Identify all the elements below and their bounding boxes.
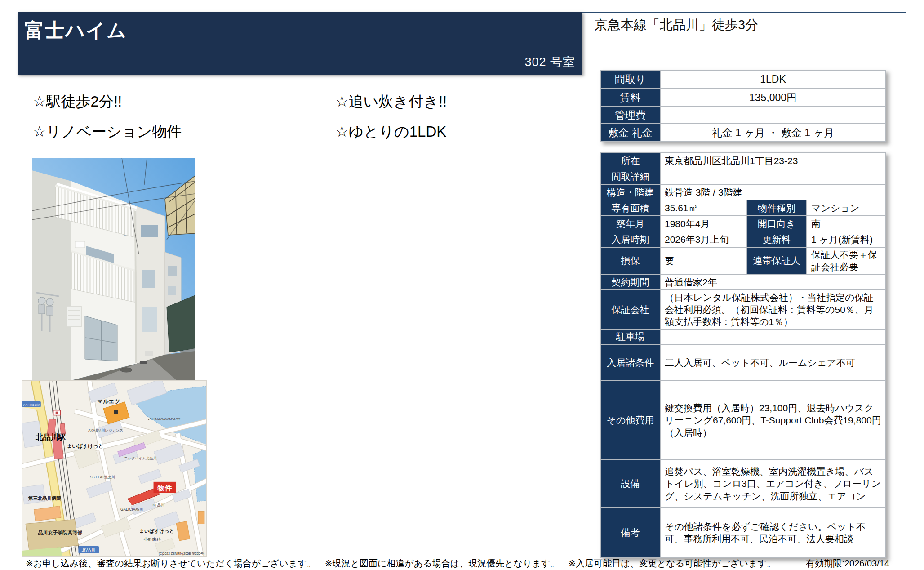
detail-label: 連帯保証人 bbox=[746, 247, 807, 275]
summary-value: 135,000円 bbox=[660, 89, 886, 107]
feature-reheating-bath: ☆追い炊き付き!! bbox=[335, 92, 447, 112]
detail-label: 入居時期 bbox=[600, 232, 660, 247]
detail-label: 専有面積 bbox=[600, 200, 660, 216]
detail-value: 鉄骨造 3階 / 3階建 bbox=[660, 184, 886, 200]
location-map: 物件 北品川 八ツ山橋東詰 北品川駅 マルエツ まいばすけっと 品川女子学院高等… bbox=[22, 380, 207, 557]
map-label-kt: KT品川 bbox=[153, 503, 164, 507]
detail-label: 開口向き bbox=[746, 216, 807, 232]
detail-label: 間取詳細 bbox=[600, 169, 660, 184]
property-marker-label: 物件 bbox=[157, 484, 172, 492]
feature-walk: ☆駅徒歩2分!! bbox=[33, 92, 122, 112]
svg-text:北品川: 北品川 bbox=[81, 548, 96, 552]
detail-label: 備考 bbox=[600, 508, 660, 558]
detail-value: 普通借家2年 bbox=[660, 275, 886, 290]
detail-label: 入居諸条件 bbox=[600, 344, 660, 381]
detail-value: 2026年3月上旬 bbox=[660, 232, 746, 247]
detail-table: 所在 東京都品川区北品川1丁目23-23 間取詳細 構造・階建 鉄骨造 3階 /… bbox=[600, 152, 886, 558]
summary-label: 敷金 礼金 bbox=[600, 124, 660, 142]
map-station-icon bbox=[53, 410, 61, 415]
map-road-sign-kitashinagawa: 北品川 bbox=[78, 546, 99, 553]
footer-validity: 有効期限:2026/03/14 bbox=[806, 557, 889, 570]
detail-value: 1 ヶ月(新賃料) bbox=[807, 232, 886, 247]
detail-label: 契約期間 bbox=[600, 275, 660, 290]
map-label-axas: AXAS品川レジデンス bbox=[88, 428, 123, 432]
detail-value: その他諸条件を必ずご確認ください。ペット不可、事務所利用不可、民泊不可、法人要相… bbox=[660, 508, 886, 558]
detail-value: 1980年4月 bbox=[660, 216, 746, 232]
footer-disclaimer: ※お申し込み後、審査の結果お断りさせていただく場合がございます。 ※現況と図面に… bbox=[26, 557, 776, 570]
detail-value: 35.61㎡ bbox=[660, 200, 746, 216]
map-label-station: 北品川駅 bbox=[35, 433, 67, 441]
detail-value: 東京都品川区北品川1丁目23-23 bbox=[660, 152, 886, 169]
detail-value: 追焚バス、浴室乾燥機、室内洗濯機置き場、バストイレ別、コンロ3口、エアコン付き、… bbox=[660, 459, 886, 508]
header-banner: 富士ハイム 302 号室 bbox=[18, 12, 582, 75]
detail-label: 保証会社 bbox=[600, 290, 660, 330]
map-label-dental: 小野歯科 bbox=[143, 537, 161, 542]
detail-label: 物件種別 bbox=[746, 200, 807, 216]
summary-value bbox=[660, 107, 886, 124]
detail-value: 保証人不要＋保証会社必要 bbox=[807, 247, 886, 275]
feature-1ldk: ☆ゆとりの1LDK bbox=[335, 122, 446, 142]
map-road-sign-yatsuyama: 八ツ山橋東詰 bbox=[22, 401, 41, 407]
footer: ※お申し込み後、審査の結果お断りさせていただく場合がございます。 ※現況と図面に… bbox=[18, 557, 906, 569]
detail-value: マンション bbox=[807, 200, 886, 216]
summary-label: 管理費 bbox=[600, 107, 660, 124]
summary-value: 礼金 1 ヶ月 ・ 敷金 1 ヶ月 bbox=[660, 124, 886, 142]
detail-value: 南 bbox=[807, 216, 886, 232]
detail-label: 築年月 bbox=[600, 216, 660, 232]
detail-label: 更新料 bbox=[746, 232, 807, 247]
detail-label: 駐車場 bbox=[600, 329, 660, 344]
map-label-mybasket-1: まいばすけっと bbox=[67, 443, 104, 449]
detail-label: 設備 bbox=[600, 459, 660, 508]
map-copyright: (C)2022 ZENRIN(Z05E-第220号) bbox=[159, 552, 204, 556]
detail-value: 要 bbox=[660, 247, 746, 275]
summary-table: 間取り 1LDK 賃料 135,000円 管理費 敷金 礼金 礼金 1 ヶ月 ・… bbox=[600, 70, 886, 142]
map-label-hospital: 第三北品川病院 bbox=[28, 496, 62, 501]
property-title: 富士ハイム bbox=[25, 18, 127, 44]
detail-value: 二人入居可、ペット不可、ルームシェア不可 bbox=[660, 344, 886, 381]
summary-value: 1LDK bbox=[660, 70, 886, 89]
map-label-galicia: GALICIA品川 bbox=[120, 507, 143, 512]
room-number: 302 号室 bbox=[524, 54, 575, 70]
detail-label: 所在 bbox=[600, 152, 660, 169]
detail-label: その他費用 bbox=[600, 381, 660, 459]
map-label-maruetsu: マルエツ bbox=[97, 398, 120, 405]
detail-label: 損保 bbox=[600, 247, 660, 275]
station-access: 京急本線「北品川」徒歩3分 bbox=[595, 16, 758, 34]
map-label-ssflat: SS FLAT北品川 bbox=[90, 475, 115, 479]
feature-renovation: ☆リノベーション物件 bbox=[33, 122, 182, 142]
detail-value bbox=[660, 329, 886, 344]
detail-label: 構造・階建 bbox=[600, 184, 660, 200]
map-label-shinagawaeast: •SHINAGAWAEAST bbox=[148, 417, 181, 421]
map-label-nickheim: ニックハイム北品川 bbox=[124, 456, 157, 460]
detail-value: 鍵交換費用（入居時）23,100円、退去時ハウスクリーニング67,600円、T-… bbox=[660, 381, 886, 459]
svg-text:八ツ山橋東詰: 八ツ山橋東詰 bbox=[23, 403, 40, 407]
map-label-mybasket-2: まいばすけっと bbox=[139, 528, 174, 534]
main-building bbox=[32, 170, 137, 380]
map-label-school: 品川女子学院高等部 bbox=[38, 530, 82, 535]
flyer-page: 富士ハイム 302 号室 京急本線「北品川」徒歩3分 ☆駅徒歩2分!! ☆追い炊… bbox=[18, 12, 906, 567]
summary-label: 賃料 bbox=[600, 89, 660, 107]
summary-label: 間取り bbox=[600, 70, 660, 89]
building-photo bbox=[32, 158, 195, 380]
detail-value: （日本レンタル保証株式会社）・当社指定の保証会社利用必須。（初回保証料：賃料等の… bbox=[660, 290, 886, 330]
detail-value bbox=[660, 169, 886, 184]
